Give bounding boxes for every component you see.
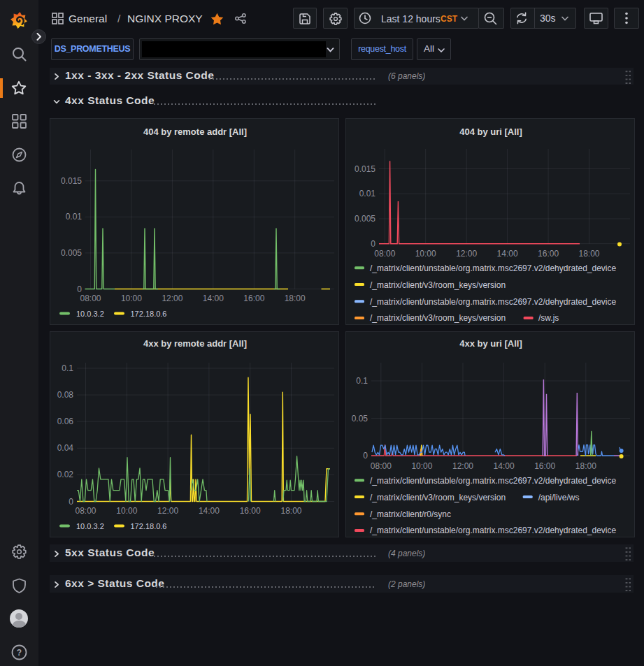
svg-text:/_matrix/client/unstable/org.m: /_matrix/client/unstable/org.matrix.msc2… <box>370 526 617 535</box>
svg-text:0.08: 0.08 <box>57 390 74 400</box>
svg-text:0: 0 <box>363 451 368 461</box>
svg-text:0.015: 0.015 <box>355 164 375 174</box>
svg-text:10:00: 10:00 <box>116 506 137 516</box>
svg-text:16:00: 16:00 <box>240 506 261 516</box>
svg-text:14:00: 14:00 <box>497 249 518 259</box>
svg-text:10.0.3.2: 10.0.3.2 <box>76 522 104 530</box>
svg-text:0.005: 0.005 <box>61 248 82 258</box>
svg-text:0.04: 0.04 <box>57 443 74 453</box>
svg-text:14:00: 14:00 <box>494 461 515 471</box>
svg-text:10:00: 10:00 <box>415 249 436 259</box>
svg-text:404 by uri [All]: 404 by uri [All] <box>459 126 522 137</box>
svg-text:0: 0 <box>371 239 375 249</box>
svg-text:0.005: 0.005 <box>355 214 375 224</box>
svg-text:/_matrix/client/v3/room_keys/v: /_matrix/client/v3/room_keys/version <box>370 280 506 290</box>
svg-text:?: ? <box>17 648 22 658</box>
svg-text:08:00: 08:00 <box>75 506 96 516</box>
svg-text:16:00: 16:00 <box>243 294 264 303</box>
svg-text:08:00: 08:00 <box>371 461 392 471</box>
svg-text:08:00: 08:00 <box>80 294 101 303</box>
svg-text:/_matrix/client/v3/room_keys/v: /_matrix/client/v3/room_keys/version <box>370 313 506 323</box>
svg-text:12:00: 12:00 <box>157 506 178 516</box>
svg-text:18:00: 18:00 <box>575 461 596 471</box>
svg-text:18:00: 18:00 <box>280 506 301 516</box>
svg-text:0.1: 0.1 <box>62 363 73 373</box>
svg-text:16:00: 16:00 <box>538 249 559 259</box>
svg-text:172.18.0.6: 172.18.0.6 <box>131 310 167 318</box>
svg-text:0.1: 0.1 <box>356 376 368 386</box>
svg-text:0.015: 0.015 <box>61 176 82 186</box>
svg-text:10:00: 10:00 <box>411 461 432 471</box>
svg-text:18:00: 18:00 <box>285 294 306 303</box>
svg-text:404 by remote addr [All]: 404 by remote addr [All] <box>143 126 247 137</box>
svg-text:/sw.js: /sw.js <box>538 313 559 323</box>
svg-text:10.0.3.2: 10.0.3.2 <box>76 310 104 318</box>
svg-text:0: 0 <box>69 497 73 507</box>
svg-text:12:00: 12:00 <box>162 294 183 303</box>
svg-text:14:00: 14:00 <box>203 294 224 303</box>
svg-text:/_matrix/client/r0/sync: /_matrix/client/r0/sync <box>370 509 451 519</box>
svg-text:12:00: 12:00 <box>456 249 477 259</box>
svg-text:4xx by uri [All]: 4xx by uri [All] <box>459 338 522 349</box>
svg-text:0.06: 0.06 <box>57 417 74 426</box>
svg-text:08:00: 08:00 <box>374 249 395 259</box>
svg-text:0.05: 0.05 <box>352 414 368 424</box>
svg-text:/_matrix/client/unstable/org.m: /_matrix/client/unstable/org.matrix.msc2… <box>370 297 617 307</box>
svg-text:/_matrix/client/unstable/org.m: /_matrix/client/unstable/org.matrix.msc2… <box>370 476 617 486</box>
svg-text:16:00: 16:00 <box>534 461 555 471</box>
svg-text:/_matrix/client/unstable/org.m: /_matrix/client/unstable/org.matrix.msc2… <box>370 263 617 273</box>
svg-text:/api/live/ws: /api/live/ws <box>538 493 580 502</box>
svg-text:172.18.0.6: 172.18.0.6 <box>131 522 167 530</box>
svg-text:14:00: 14:00 <box>199 506 220 516</box>
svg-text:4xx by remote addr [All]: 4xx by remote addr [All] <box>143 338 247 349</box>
svg-text:0.01: 0.01 <box>359 189 376 198</box>
svg-text:12:00: 12:00 <box>452 461 473 471</box>
svg-text:18:00: 18:00 <box>578 249 599 259</box>
svg-text:10:00: 10:00 <box>121 294 142 303</box>
svg-text:0.02: 0.02 <box>57 470 74 479</box>
svg-text:0: 0 <box>77 284 82 294</box>
svg-text:0.01: 0.01 <box>66 212 83 222</box>
svg-text:/_matrix/client/v3/room_keys/v: /_matrix/client/v3/room_keys/version <box>370 493 506 502</box>
